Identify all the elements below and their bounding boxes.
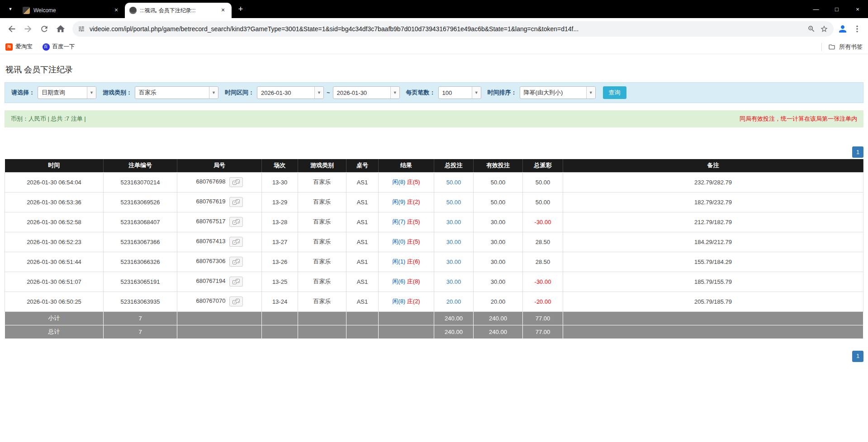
minimize-button[interactable]: — bbox=[806, 0, 826, 18]
dice-icon bbox=[232, 219, 240, 225]
home-icon bbox=[56, 24, 66, 34]
round-id-text: 680767306 bbox=[196, 258, 225, 264]
total-bet-link[interactable]: 30.00 bbox=[434, 272, 474, 292]
round-result-button[interactable] bbox=[229, 217, 243, 227]
dice-icon bbox=[232, 259, 240, 265]
close-button[interactable]: × bbox=[847, 0, 868, 18]
tab-welcome[interactable]: Welcome × bbox=[18, 3, 125, 18]
info-bar: 币别：人民币 | 总共 :7 注单 | 同局有效投注，统一计算在该局第一张注单内 bbox=[5, 110, 863, 127]
back-button[interactable] bbox=[4, 21, 20, 37]
query-type-value: 日期查询 bbox=[38, 89, 87, 97]
chevron-down-icon: ▼ bbox=[390, 87, 399, 99]
home-button[interactable] bbox=[52, 21, 69, 37]
note: 184.29/212.79 bbox=[563, 232, 863, 252]
all-bookmarks-label: 所有书签 bbox=[839, 43, 863, 51]
table-body: 2026-01-30 06:54:04523163070214680767698… bbox=[5, 172, 863, 311]
date-from-select[interactable]: 2026-01-30 ▼ bbox=[257, 86, 324, 99]
total-bet-link[interactable]: 30.00 bbox=[434, 212, 474, 232]
column-header: 桌号 bbox=[346, 159, 379, 172]
table-footer-row: 小计7240.00240.0077.00 bbox=[5, 311, 863, 325]
table-row: 2026-01-30 06:51:07523163065191680767194… bbox=[5, 272, 863, 292]
bookmark-baidu[interactable]: 百 百度一下 bbox=[43, 43, 75, 51]
reload-icon bbox=[40, 24, 49, 33]
payout: -30.00 bbox=[523, 272, 563, 292]
table-no: AS1 bbox=[346, 292, 379, 311]
tab-close-icon[interactable]: × bbox=[219, 6, 227, 14]
forward-icon bbox=[23, 24, 33, 34]
total-bet-link[interactable]: 20.00 bbox=[434, 292, 474, 311]
footer-empty-cell bbox=[298, 325, 346, 339]
round-result-button[interactable] bbox=[229, 257, 243, 267]
url-text[interactable]: videoie.com/ipl/portal.php/game/betrecor… bbox=[90, 25, 803, 33]
table-no: AS1 bbox=[346, 232, 379, 252]
session-no: 13-26 bbox=[262, 252, 298, 272]
taobao-icon: 淘 bbox=[5, 43, 13, 51]
session-no: 13-24 bbox=[262, 292, 298, 311]
table-row: 2026-01-30 06:52:58523163068407680767517… bbox=[5, 212, 863, 232]
pagination-bottom: 1 bbox=[5, 351, 863, 362]
pagination-page-button[interactable]: 1 bbox=[852, 146, 863, 158]
session-no: 13-29 bbox=[262, 192, 298, 212]
total-bet-link[interactable]: 30.00 bbox=[434, 252, 474, 272]
tab-close-icon[interactable]: × bbox=[112, 6, 120, 14]
per-page-select[interactable]: 100 ▼ bbox=[438, 86, 481, 99]
total-bet-link[interactable]: 30.00 bbox=[434, 232, 474, 252]
round-result-button[interactable] bbox=[229, 237, 243, 247]
bet-time: 2026-01-30 06:54:04 bbox=[5, 172, 104, 192]
date-to-value: 2026-01-30 bbox=[333, 89, 390, 96]
footer-empty-cell bbox=[379, 325, 434, 339]
result: 闲(8) 庄(5) bbox=[379, 172, 434, 192]
result-banker: 庄(5) bbox=[407, 179, 420, 185]
game-category: 百家乐 bbox=[298, 252, 346, 272]
payout: 28.50 bbox=[523, 232, 563, 252]
round-result-button[interactable] bbox=[229, 177, 243, 187]
round-result-button[interactable] bbox=[229, 277, 243, 287]
time-range-label: 时间区间： bbox=[225, 89, 254, 97]
valid-bet: 30.00 bbox=[474, 272, 523, 292]
result-player: 闲(6) bbox=[392, 278, 405, 285]
footer-empty-cell bbox=[346, 325, 379, 339]
menu-icon[interactable] bbox=[853, 24, 862, 33]
zoom-icon[interactable] bbox=[807, 25, 816, 33]
game-category: 百家乐 bbox=[298, 192, 346, 212]
profile-avatar[interactable] bbox=[837, 24, 848, 34]
result: 闲(0) 庄(5) bbox=[379, 232, 434, 252]
bookmark-taobao[interactable]: 淘 爱淘宝 bbox=[5, 43, 33, 51]
query-type-select[interactable]: 日期查询 ▼ bbox=[38, 86, 96, 99]
filter-select-label: 请选择： bbox=[11, 89, 35, 97]
footer-empty-cell bbox=[298, 311, 346, 325]
bookmark-star-icon[interactable] bbox=[820, 25, 828, 33]
result: 闲(8) 庄(2) bbox=[379, 292, 434, 311]
window-controls: — □ × bbox=[806, 0, 868, 18]
pagination-page-button[interactable]: 1 bbox=[852, 351, 863, 362]
result-player: 闲(8) bbox=[392, 179, 405, 185]
new-tab-button[interactable]: + bbox=[234, 3, 247, 15]
total-bet-link[interactable]: 50.00 bbox=[434, 192, 474, 212]
session-no: 13-25 bbox=[262, 272, 298, 292]
round-id: 680767070 bbox=[177, 292, 262, 311]
all-bookmarks[interactable]: 所有书签 bbox=[821, 43, 863, 51]
bet-time: 2026-01-30 06:52:58 bbox=[5, 212, 104, 232]
round-id: 680767619 bbox=[177, 192, 262, 212]
forward-button[interactable] bbox=[20, 21, 36, 37]
folder-icon bbox=[828, 43, 835, 51]
game-type-select[interactable]: 百家乐 ▼ bbox=[135, 86, 218, 99]
sort-select[interactable]: 降幂(由大到小) ▼ bbox=[520, 86, 596, 99]
result-banker: 庄(8) bbox=[407, 278, 420, 285]
reload-button[interactable] bbox=[36, 21, 52, 37]
date-to-select[interactable]: 2026-01-30 ▼ bbox=[333, 86, 400, 99]
game-category: 百家乐 bbox=[298, 172, 346, 192]
tab-search-button[interactable]: ▼ bbox=[4, 2, 17, 16]
tab-betrecord[interactable]: :::视讯, 会员下注纪录::: × bbox=[125, 3, 232, 18]
site-settings-icon[interactable] bbox=[78, 25, 85, 33]
table-row: 2026-01-30 06:54:04523163070214680767698… bbox=[5, 172, 863, 192]
maximize-button[interactable]: □ bbox=[826, 0, 847, 18]
round-result-button[interactable] bbox=[229, 296, 243, 306]
footer-empty-cell bbox=[262, 311, 298, 325]
total-bet-link[interactable]: 50.00 bbox=[434, 172, 474, 192]
query-button[interactable]: 查询 bbox=[603, 86, 626, 99]
round-result-button[interactable] bbox=[229, 197, 243, 207]
footer-empty-cell bbox=[563, 325, 863, 339]
address-bar[interactable]: videoie.com/ipl/portal.php/game/betrecor… bbox=[72, 21, 834, 37]
footer-empty-cell bbox=[262, 325, 298, 339]
